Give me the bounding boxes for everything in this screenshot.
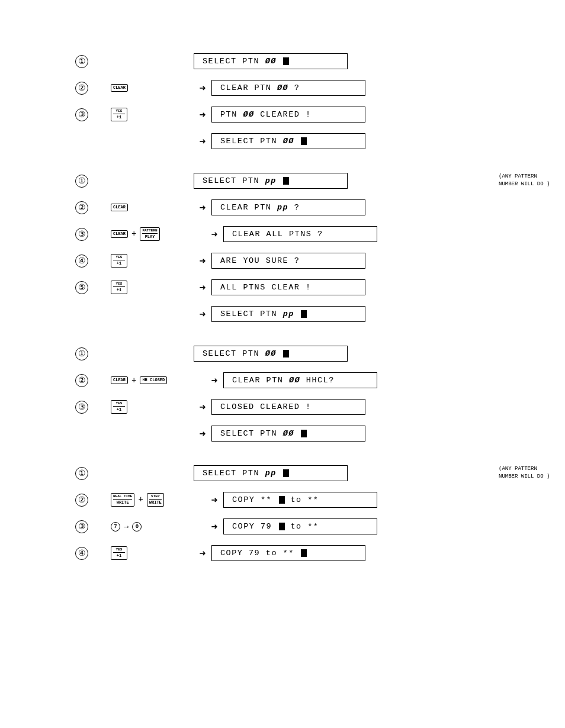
arrow-icon: ➜ [200,401,206,414]
row-4-2: ② REAL TIMEWRITE + STEPWRITE ➜ COPY ** t… [75,492,490,508]
realtime-write-btn[interactable]: REAL TIMEWRITE [111,493,134,507]
yes-btn[interactable]: YES+1 [111,108,127,121]
step-num: ③ [75,520,111,533]
circle-2: ② [75,201,88,214]
yes-btn[interactable]: YES+1 [111,546,127,560]
pattern-top: PATTERN [142,228,157,234]
controls: CLEAR [111,204,194,211]
arrow: ➜ [194,308,211,321]
row-2-6: ➜ SELECT PTN pp [75,306,490,322]
section-1: ① SELECT PTN ØØ ② CLEAR ➜ CLEAR PTN ØØ ?… [75,53,490,149]
step-write-btn[interactable]: STEPWRITE [147,493,164,507]
circle-4: ④ [75,255,88,268]
yes-top: YES [113,547,125,553]
controls: YES+1 [111,108,194,121]
yes-bot: +1 [117,261,121,266]
arrow: ➜ [206,228,223,241]
arrow: ➜ [194,82,211,95]
arrow: ➜ [194,547,211,560]
controls: CLEAR + HH CLOSED [111,376,206,385]
arrow: ➜ [194,255,211,268]
yes-btn[interactable]: YES+1 [111,400,127,414]
display-box: SELECT PTN ØØ [194,346,348,362]
row-3-3: ③ YES+1 ➜ CLOSED CLEARED ! [75,399,490,415]
plus-icon: + [131,376,136,385]
arrow-icon: ➜ [200,547,206,560]
display-box: CLEAR PTN ØØ ? [211,80,365,96]
yes-top: YES [113,401,125,407]
rt-bot: WRITE [117,500,129,505]
display-box: SELECT PTN pp [194,465,348,481]
play-bot: PLAY [145,234,155,239]
arrow-icon: ➜ [200,255,206,268]
display-box: CLEAR ALL PTNS ? [223,226,377,242]
controls: CLEAR [111,84,194,92]
plus-icon: + [138,495,143,504]
arrow-icon: ➜ [200,135,206,148]
display-box: SELECT PTN ØØ [211,426,365,442]
section-4: (ANY PATTERNNUMBER WILL DO ) ① SELECT PT… [75,465,490,561]
row-2-1: ① SELECT PTN pp [75,173,490,189]
num-0-circle: 0 [132,522,142,531]
row-3-4: ➜ SELECT PTN ØØ [75,426,490,442]
clear-btn[interactable]: CLEAR [111,84,128,92]
display-box: ALL PTNS CLEAR ! [211,279,365,295]
pattern-play-btn[interactable]: PATTERNPLAY [140,227,159,241]
step-num: ① [75,55,111,68]
display-box: SELECT PTN pp [211,306,365,322]
arrow: ➜ [194,281,211,294]
arrow-icon: ➜ [211,374,218,387]
arrow: ➜ [194,108,211,121]
step-num: ③ [75,401,111,414]
arrow-icon: ➜ [200,281,206,294]
right-arrow-icon: → [124,522,129,531]
step-num: ② [75,494,111,507]
arrow-icon: ➜ [200,201,206,214]
num-7-circle: 7 [111,522,120,531]
yes-btn[interactable]: YES+1 [111,281,127,294]
display-box: CLOSED CLEARED ! [211,399,365,415]
section-2: (ANY PATTERNNUMBER WILL DO ) ① SELECT PT… [75,173,490,322]
arrow: ➜ [194,135,211,148]
row-2-5: ⑤ YES+1 ➜ ALL PTNS CLEAR ! [75,279,490,295]
yes-top: YES [113,255,125,260]
plus-icon: + [131,229,136,239]
step-num: ③ [75,228,111,241]
row-2-2: ② CLEAR ➜ CLEAR PTN pp ? [75,199,490,215]
controls: CLEAR + PATTERNPLAY [111,227,206,241]
step-num: ④ [75,547,111,560]
step-num: ② [75,201,111,214]
arrow: ➜ [206,494,223,507]
row-2-3: ③ CLEAR + PATTERNPLAY ➜ CLEAR ALL PTNS ? [75,226,490,242]
display-box: COPY 79 to ** [223,518,377,534]
clear-btn[interactable]: CLEAR [111,376,128,384]
clear-btn[interactable]: CLEAR [111,230,128,238]
circle-3: ③ [75,401,88,414]
arrow-icon: ➜ [200,427,206,440]
yes-bot: +1 [117,553,121,558]
display-box: COPY 79 to ** [211,545,365,561]
yes-bot: +1 [117,115,121,120]
clear-btn[interactable]: CLEAR [111,204,128,211]
circle-1: ① [75,175,88,188]
sw-top: STEP [149,494,162,500]
row-1-4: ➜ SELECT PTN ØØ [75,133,490,149]
arrow-icon: ➜ [211,520,218,533]
step-num: ③ [75,108,111,121]
row-1-2: ② CLEAR ➜ CLEAR PTN ØØ ? [75,80,490,96]
step-num: ② [75,82,111,95]
hh-closed-btn[interactable]: HH CLOSED [140,376,167,384]
arrow-icon: ➜ [200,108,206,121]
circle-1: ① [75,55,88,68]
yes-bot: +1 [117,288,121,292]
step-num: ① [75,175,111,188]
display-box: CLEAR PTN ØØ HHCL? [223,372,377,388]
controls: 7 → 0 [111,522,206,531]
yes-btn[interactable]: YES+1 [111,254,127,268]
page: ① SELECT PTN ØØ ② CLEAR ➜ CLEAR PTN ØØ ?… [0,24,565,597]
controls: YES+1 [111,281,194,294]
display-box: SELECT PTN pp [194,173,348,189]
yes-top: YES [113,282,125,287]
display-box: CLEAR PTN pp ? [211,199,365,215]
arrow: ➜ [194,427,211,440]
